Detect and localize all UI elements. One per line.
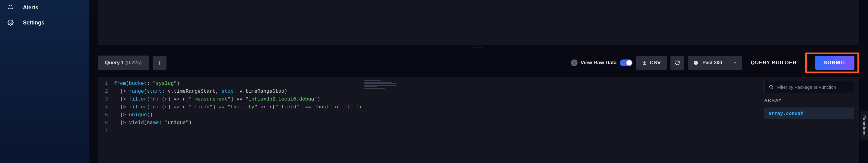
functions-panel: ARRAY array.concat	[760, 77, 859, 163]
raw-data-toggle[interactable]	[620, 59, 632, 66]
help-icon[interactable]: ?	[571, 59, 578, 66]
function-item[interactable]: array.concat	[764, 107, 854, 119]
sidebar-item-label: Alerts	[23, 4, 38, 11]
function-group-title: ARRAY	[764, 98, 854, 103]
chevron-down-icon: ▼	[733, 61, 737, 65]
clock-icon	[693, 60, 698, 65]
time-range-dropdown[interactable]: Past 30d ▼	[688, 56, 742, 70]
sidebar-item-alerts[interactable]: Alerts	[0, 0, 89, 15]
download-icon	[642, 60, 647, 65]
search-icon	[769, 84, 774, 89]
line-gutter: 1234567	[98, 77, 111, 163]
function-filter-input[interactable]	[777, 84, 849, 90]
sidebar-item-label: Settings	[23, 20, 44, 26]
time-range-label: Past 30d	[703, 60, 729, 65]
query-builder-button[interactable]: QUERY BUILDER	[746, 56, 802, 70]
raw-data-label: View Raw Data	[581, 60, 617, 66]
gear-icon	[7, 19, 14, 26]
raw-data-toggle-group: ? View Raw Data	[571, 59, 632, 66]
query-tab[interactable]: Query 1 (0.22s)	[98, 56, 149, 70]
add-query-button[interactable]: ＋	[153, 56, 166, 70]
csv-label: CSV	[650, 60, 661, 66]
flux-editor[interactable]: 1234567 from(bucket: "syslog") |> range(…	[98, 77, 760, 163]
query-toolbar: Query 1 (0.22s) ＋ ? View Raw Data CSV	[89, 45, 868, 77]
code-content[interactable]: from(bucket: "syslog") |> range(start: v…	[111, 77, 362, 163]
svg-point-0	[10, 22, 11, 24]
svg-point-2	[770, 85, 772, 88]
refresh-button[interactable]	[671, 56, 684, 70]
sidebar-item-settings[interactable]: Settings	[0, 15, 89, 30]
visualization-area	[98, 0, 859, 45]
csv-button[interactable]: CSV	[636, 56, 667, 70]
bell-icon	[7, 4, 14, 11]
submit-button[interactable]: SUBMIT	[815, 56, 855, 70]
minimap[interactable]	[362, 77, 398, 163]
query-duration: (0.22s)	[125, 60, 142, 65]
query-tab-label: Query 1	[105, 60, 124, 65]
plus-icon: ＋	[156, 58, 163, 67]
function-filter[interactable]	[764, 81, 854, 93]
submit-highlight: SUBMIT	[805, 53, 859, 73]
functions-side-tab[interactable]: Functions	[861, 111, 868, 140]
refresh-icon	[675, 60, 680, 65]
resize-handle[interactable]	[473, 47, 484, 50]
sidebar: Alerts Settings	[0, 0, 89, 163]
